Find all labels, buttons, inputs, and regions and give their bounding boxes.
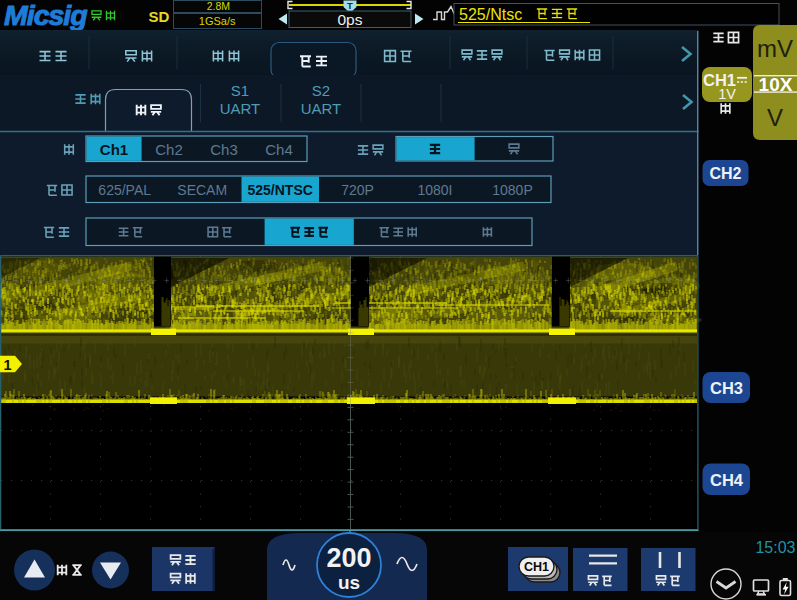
svg-text:1080I: 1080I — [417, 182, 452, 198]
svg-text:1V: 1V — [718, 86, 736, 102]
svg-text:525/Ntsc: 525/Ntsc — [459, 6, 522, 23]
svg-text:10X: 10X — [759, 74, 793, 95]
svg-text:Ch3: Ch3 — [210, 141, 238, 158]
svg-text:Ch1: Ch1 — [100, 141, 128, 158]
svg-text:200: 200 — [326, 543, 371, 573]
svg-text:T: T — [347, 0, 353, 11]
svg-text:UART: UART — [220, 100, 261, 117]
svg-text:2.8M: 2.8M — [207, 0, 230, 12]
svg-text:Ch4: Ch4 — [265, 141, 293, 158]
svg-text:CH1: CH1 — [524, 560, 549, 574]
svg-text:625/PAL: 625/PAL — [98, 182, 151, 198]
svg-text:SD: SD — [149, 8, 170, 25]
svg-text:0ps: 0ps — [338, 11, 363, 28]
svg-text:525/NTSC: 525/NTSC — [248, 182, 313, 198]
svg-text:Micsig: Micsig — [4, 0, 87, 31]
svg-text:UART: UART — [301, 100, 342, 117]
svg-text:CH2: CH2 — [709, 165, 741, 182]
svg-text:Ch2: Ch2 — [155, 141, 183, 158]
svg-text:CH3: CH3 — [710, 379, 743, 397]
svg-text:us: us — [338, 572, 360, 593]
svg-text:mV: mV — [757, 35, 793, 62]
svg-text:CH4: CH4 — [710, 471, 744, 489]
svg-text:V: V — [767, 104, 783, 131]
svg-text:1080P: 1080P — [492, 182, 532, 198]
svg-text:720P: 720P — [341, 182, 374, 198]
svg-text:15:03: 15:03 — [755, 539, 795, 556]
svg-text:1GSa/s: 1GSa/s — [199, 15, 236, 27]
svg-text:1: 1 — [3, 357, 11, 373]
svg-text:SECAM: SECAM — [177, 182, 227, 198]
svg-text:S1: S1 — [231, 82, 249, 99]
svg-text:S2: S2 — [312, 82, 330, 99]
